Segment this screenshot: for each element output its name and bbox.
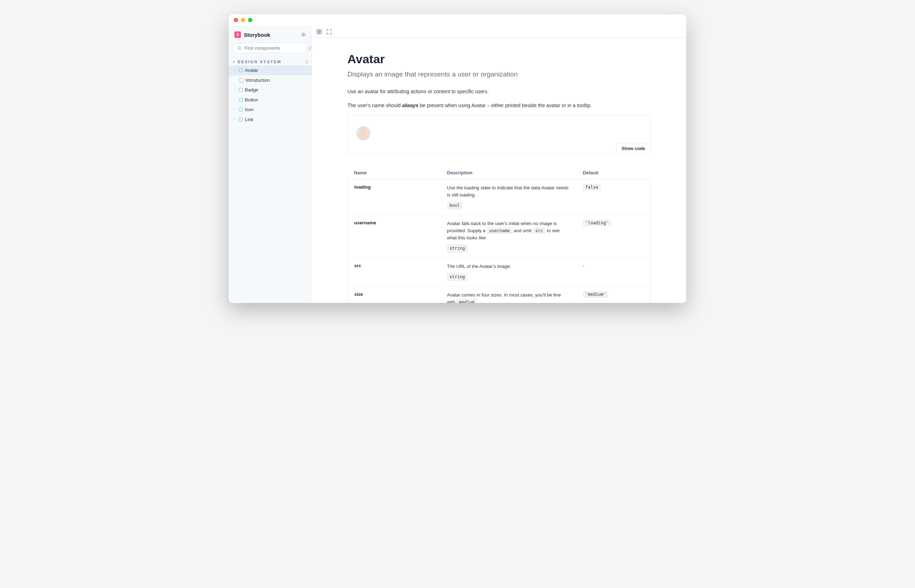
prop-name: src bbox=[348, 258, 441, 286]
type-pill: string bbox=[447, 273, 468, 281]
story-preview: Show code bbox=[347, 115, 651, 153]
brand[interactable]: S Storybook bbox=[235, 31, 270, 38]
window-titlebar bbox=[229, 14, 686, 26]
table-row: sizeAvatar comes in four sizes. In most … bbox=[348, 286, 651, 303]
sidebar-item-button[interactable]: ›Button bbox=[229, 95, 311, 105]
default-value: 'loading' bbox=[583, 220, 611, 226]
text: The user's name should bbox=[347, 103, 402, 108]
prop-description: The URL of the Avatar's image.string bbox=[441, 258, 577, 286]
fullscreen-icon[interactable] bbox=[327, 29, 332, 34]
table-row: loadingUse the loading state to indicate… bbox=[348, 179, 651, 215]
table-row: usernameAvatar falls back to the user's … bbox=[348, 215, 651, 258]
gear-icon[interactable] bbox=[301, 32, 306, 37]
sidebar-item-label: Introduction bbox=[246, 77, 270, 84]
th-description: Description bbox=[441, 166, 577, 179]
component-icon bbox=[239, 68, 243, 72]
sidebar-item-label: Button bbox=[245, 97, 258, 103]
svg-rect-3 bbox=[319, 30, 321, 31]
app-body: S Storybook / bbox=[229, 26, 686, 303]
app-window: S Storybook / bbox=[229, 14, 686, 303]
prop-name: username bbox=[348, 215, 441, 258]
chevron-right-icon: › bbox=[234, 107, 236, 112]
prop-description: Avatar falls back to the user's initial … bbox=[441, 215, 577, 258]
type-pill: bool bbox=[447, 202, 463, 210]
prop-name: size bbox=[348, 286, 441, 303]
prop-name: loading bbox=[348, 179, 441, 215]
svg-point-1 bbox=[238, 47, 240, 49]
sidebar-tree: ›AvatarIntroduction›Badge›Button›Icon›Li… bbox=[229, 65, 311, 124]
avatar bbox=[356, 126, 371, 141]
sidebar-item-label: Link bbox=[245, 116, 253, 123]
component-icon bbox=[239, 108, 243, 111]
chevron-right-icon: › bbox=[234, 87, 236, 92]
window-zoom-button[interactable] bbox=[248, 18, 252, 22]
th-default: Default bbox=[577, 166, 651, 179]
document-icon bbox=[240, 78, 243, 82]
grid-view-icon[interactable] bbox=[317, 29, 322, 34]
doc-paragraph-1: Use an avatar for attributing actions or… bbox=[347, 87, 651, 95]
sidebar-item-badge[interactable]: ›Badge bbox=[229, 85, 311, 95]
component-icon bbox=[239, 98, 243, 102]
expand-collapse-icon[interactable] bbox=[305, 60, 308, 64]
doc-canvas: Avatar Displays an image that represents… bbox=[312, 38, 686, 303]
th-name: Name bbox=[348, 166, 441, 179]
chevron-down-icon: ▾ bbox=[233, 60, 236, 64]
page-title: Avatar bbox=[347, 52, 651, 66]
sidebar-item-link[interactable]: ›Link bbox=[229, 115, 311, 125]
inline-code: src bbox=[533, 228, 546, 234]
sidebar-item-avatar[interactable]: ›Avatar bbox=[229, 65, 311, 75]
doc-paragraph-2: The user's name should always be present… bbox=[347, 102, 651, 109]
emphasis: always bbox=[402, 103, 419, 108]
args-table: Name Description Default loadingUse the … bbox=[347, 166, 651, 303]
component-icon bbox=[239, 118, 243, 121]
prop-description: Avatar comes in four sizes. In most case… bbox=[441, 286, 577, 303]
sidebar-section-header[interactable]: ▾ DESIGN SYSTEM bbox=[229, 58, 311, 65]
svg-rect-2 bbox=[317, 30, 319, 31]
prop-default: 'loading' bbox=[577, 215, 651, 258]
prop-default: - bbox=[577, 258, 651, 286]
sidebar-header: S Storybook bbox=[229, 26, 311, 42]
component-icon bbox=[239, 88, 243, 92]
chevron-right-icon: › bbox=[234, 68, 236, 73]
brand-logo: S bbox=[235, 31, 241, 38]
default-value: false bbox=[583, 184, 601, 191]
sidebar-item-label: Badge bbox=[245, 86, 258, 94]
prop-default: false bbox=[577, 179, 651, 215]
sidebar-section-label: DESIGN SYSTEM bbox=[238, 60, 282, 64]
show-code-button[interactable]: Show code bbox=[616, 144, 651, 153]
prop-default: 'medium' bbox=[577, 286, 651, 303]
sidebar: S Storybook / bbox=[229, 26, 312, 303]
svg-point-0 bbox=[303, 34, 304, 36]
search-input-wrapper[interactable]: / bbox=[233, 43, 307, 53]
sidebar-item-label: Avatar bbox=[245, 67, 258, 74]
search-icon bbox=[237, 46, 241, 50]
toolbar bbox=[312, 26, 686, 38]
text: be present when using Avatar – either pr… bbox=[419, 103, 592, 108]
main: Avatar Displays an image that represents… bbox=[312, 26, 686, 303]
svg-rect-4 bbox=[317, 32, 319, 34]
inline-code: medium bbox=[457, 299, 477, 303]
window-minimize-button[interactable] bbox=[241, 18, 245, 22]
chevron-right-icon: › bbox=[234, 117, 236, 122]
sidebar-item-label: Icon bbox=[245, 106, 254, 113]
inline-code: username bbox=[487, 228, 513, 234]
search-input[interactable] bbox=[245, 45, 304, 51]
story-preview-body bbox=[348, 115, 650, 153]
type-pill: string bbox=[447, 244, 468, 252]
page-subtitle: Displays an image that represents a user… bbox=[347, 70, 651, 78]
svg-rect-5 bbox=[319, 32, 321, 34]
window-close-button[interactable] bbox=[234, 18, 238, 22]
default-value: 'medium' bbox=[583, 291, 609, 297]
chevron-right-icon: › bbox=[234, 97, 236, 103]
prop-description: Use the loading state to indicate that t… bbox=[441, 179, 577, 215]
table-row: srcThe URL of the Avatar's image.string- bbox=[348, 258, 651, 286]
brand-name: Storybook bbox=[244, 32, 270, 38]
sidebar-item-icon[interactable]: ›Icon bbox=[229, 105, 311, 115]
sidebar-item-introduction[interactable]: Introduction bbox=[229, 75, 311, 86]
